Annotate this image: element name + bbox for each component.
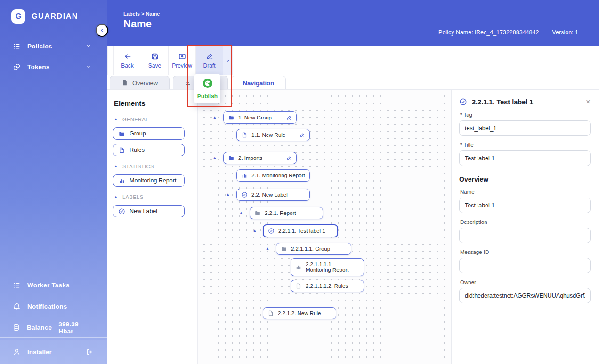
tree-node[interactable]: ▲ 2.2.1.1.1. Group [276, 243, 351, 255]
elements-title: Elements [114, 99, 191, 107]
element-icon [118, 208, 125, 215]
tree-node[interactable]: ▲ 2.2.1. Report [250, 207, 323, 219]
tree-node[interactable]: 2.2.1.2. New Rule [263, 307, 336, 319]
caret-up-icon: ▲ [114, 118, 118, 121]
sidebar-item-label: Worker Tasks [27, 282, 70, 289]
caret-up-icon[interactable]: ▲ [212, 156, 217, 160]
edit-icon[interactable] [299, 132, 305, 138]
sidebar-item[interactable]: Policies [0, 36, 107, 56]
caret-up-icon[interactable]: ▲ [265, 246, 270, 251]
element-chip[interactable]: Rules [113, 144, 185, 156]
tab-label: Navigation [243, 79, 274, 87]
form-field: Owner [459, 279, 591, 303]
node-label: 2.2.1.2. New Rule [278, 310, 321, 316]
node-icon [228, 114, 235, 121]
node-label: 2.2.1.1.1.2. Rules [306, 283, 348, 289]
sidebar-collapse-button[interactable] [96, 24, 108, 37]
element-icon [118, 130, 125, 137]
toolbar-button-icon [123, 52, 132, 61]
field-label: Name [460, 189, 591, 195]
element-chip[interactable]: Group [113, 127, 185, 140]
element-chip[interactable]: New Label [113, 205, 185, 217]
section-label: LABELS [122, 194, 144, 200]
publish-label: Publish [197, 93, 218, 100]
tree-node[interactable]: 2.2.1.1.1.1. Monitoring Report [291, 258, 364, 276]
overview-title: Overview [459, 175, 591, 183]
field-input[interactable] [459, 288, 591, 303]
breadcrumb[interactable]: Labels > Name [123, 11, 160, 16]
node-icon [241, 191, 248, 198]
tab-icon [185, 79, 191, 86]
chevron-down-icon[interactable] [223, 46, 233, 75]
element-chip[interactable]: Monitoring Report [113, 174, 185, 187]
edit-icon[interactable] [286, 155, 292, 161]
tree-node[interactable]: 2.2.1.1.1.2. Rules [291, 280, 364, 292]
tree-node[interactable]: 2.1. Monitoring Report [236, 169, 310, 182]
node-icon [228, 155, 235, 161]
field-input[interactable] [459, 150, 591, 166]
sidebar-item[interactable]: Worker Tasks [0, 275, 107, 296]
caret-up-icon[interactable]: ▲ [212, 115, 217, 120]
edit-icon[interactable] [286, 115, 292, 121]
node-icon [241, 132, 248, 138]
sidebar-item-icon [12, 63, 21, 71]
caret-up-icon[interactable]: ▲ [226, 192, 230, 197]
elements-panel: Elements ▲ GENERAL Group Rules ▲ STATIST… [107, 90, 198, 364]
caret-up-icon: ▲ [114, 165, 118, 168]
section-toggle[interactable]: ▲ LABELS [114, 194, 191, 200]
details-title: 2.2.1.1. Test label 1 [472, 98, 533, 106]
element-label: New Label [130, 208, 157, 214]
sidebar-item[interactable]: Notifications [0, 296, 107, 317]
logout-icon[interactable] [85, 348, 93, 356]
node-label: 1.1. New Rule [251, 132, 285, 138]
toolbar-button[interactable]: Draft [196, 46, 223, 75]
form-field: Message ID [459, 249, 591, 273]
tree-nodes-layer: ▲ 1. New Group 1.1. New Rule ▲ 2. Import… [198, 90, 451, 364]
tree-node[interactable]: ▲ 1. New Group [223, 111, 297, 124]
field-input[interactable] [459, 120, 591, 136]
node-icon [267, 310, 274, 317]
publish-menu-item[interactable]: Publish [197, 78, 218, 100]
sidebar-item-icon [12, 324, 20, 332]
form-field: Name [459, 189, 591, 213]
close-icon[interactable]: × [586, 98, 591, 106]
guardian-logo-icon: G [11, 9, 25, 24]
check-circle-icon [459, 98, 467, 106]
section-toggle[interactable]: ▲ GENERAL [114, 117, 191, 122]
toolbar-button[interactable]: Save [141, 46, 168, 75]
form-field: * Tag [459, 112, 591, 136]
element-label: Rules [130, 147, 145, 153]
sidebar-item[interactable]: Tokens [0, 56, 107, 77]
tree-node[interactable]: ▲ 2. Imports [223, 152, 297, 164]
node-icon [254, 210, 261, 216]
toolbar-button[interactable]: Preview [169, 46, 195, 75]
tree-node[interactable]: 1.1. New Rule [236, 129, 310, 141]
section-label: STATISTICS [122, 164, 154, 169]
chevron-left-icon [99, 27, 105, 33]
toolbar-button-icon [205, 52, 214, 61]
caret-up-icon[interactable]: ▲ [252, 229, 257, 233]
tab[interactable]: Overview [110, 76, 170, 89]
caret-up-icon[interactable]: ▲ [239, 211, 243, 215]
tab-icon [121, 79, 128, 86]
field-label: Description [460, 219, 591, 225]
toolbar-button-group: Back [113, 46, 141, 75]
toolbar-button[interactable]: Back [114, 46, 141, 75]
sidebar-nav-bottom: Worker Tasks Notifications Balance 399.3… [0, 275, 107, 338]
field-input[interactable] [459, 198, 591, 213]
form-field: Description [459, 219, 591, 243]
elements-section: ▲ STATISTICS Monitoring Report [113, 164, 191, 187]
node-label: 2.2.1.1. Test label 1 [278, 228, 325, 234]
toolbar-button-group: Draft [196, 46, 233, 75]
tree-node[interactable]: ▲ 2.2.1.1. Test label 1 [263, 224, 338, 237]
sidebar-item-installer[interactable]: Installer [0, 340, 107, 364]
navigation-canvas[interactable]: ▲ 1. New Group 1.1. New Rule ▲ 2. Import… [198, 90, 451, 364]
section-toggle[interactable]: ▲ STATISTICS [114, 164, 191, 169]
sidebar-item[interactable]: Balance 399.39 Hbar [0, 317, 107, 338]
tab[interactable]: Navigation [231, 76, 286, 89]
sidebar-nav-top: Policies Tokens [0, 36, 107, 77]
field-input[interactable] [459, 228, 591, 243]
toolbar: Back Save Preview Draft [107, 46, 599, 75]
tree-node[interactable]: ▲ 2.2. New Label [236, 189, 310, 201]
field-input[interactable] [459, 258, 591, 273]
